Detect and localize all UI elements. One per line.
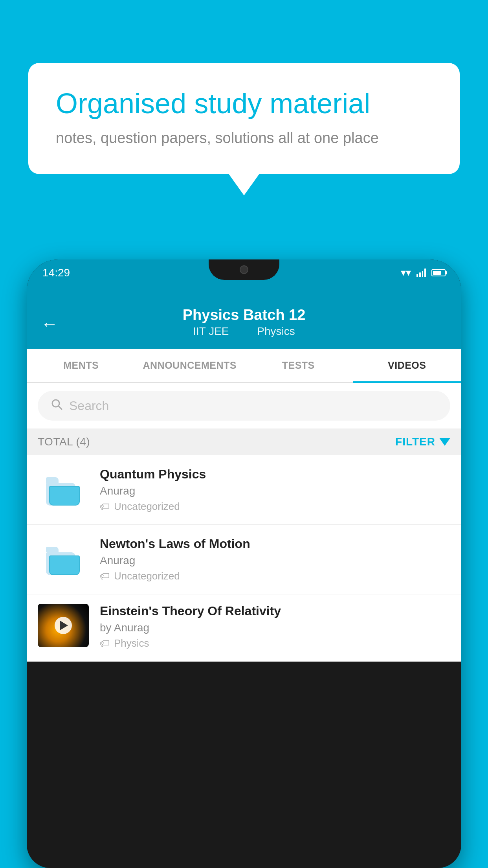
filter-icon [439,438,450,446]
list-item[interactable]: Quantum Physics Anurag 🏷 Uncategorized [27,455,461,525]
play-triangle-icon [60,621,68,630]
battery-icon [431,269,446,276]
filter-button[interactable]: FILTER [395,436,450,448]
tag-label-2: Uncategorized [114,570,180,582]
video-list: Quantum Physics Anurag 🏷 Uncategorized N… [27,455,461,662]
signal-icon [416,268,426,277]
tag-icon-1: 🏷 [100,500,110,513]
video-thumbnail-3 [38,604,89,647]
status-bar: 14:29 ▾▾ [27,259,461,299]
app-header: ← Physics Batch 12 IIT JEE Physics [27,299,461,349]
tab-videos[interactable]: VIDEOS [353,349,462,382]
header-title: Physics Batch 12 [183,307,306,324]
video-author-1: Anurag [100,485,450,497]
folder-front-icon [49,555,80,575]
notch [209,259,279,280]
folder-tab-icon [46,547,59,552]
folder-tab-icon [46,477,59,483]
video-author-2: Anurag [100,554,450,567]
folder-front-icon [49,486,80,506]
list-item[interactable]: Newton's Laws of Motion Anurag 🏷 Uncateg… [27,525,461,594]
video-info-2: Newton's Laws of Motion Anurag 🏷 Uncateg… [100,537,450,582]
folder-icon-wrap-2 [38,544,89,575]
video-info-3: Einstein's Theory Of Relativity by Anura… [100,604,450,649]
status-icons: ▾▾ [401,267,446,279]
video-title-1: Quantum Physics [100,467,450,482]
video-info-1: Quantum Physics Anurag 🏷 Uncategorized [100,467,450,513]
filter-label: FILTER [395,436,435,448]
search-bar[interactable]: Search [38,391,450,421]
tabs-bar: MENTS ANNOUNCEMENTS TESTS VIDEOS [27,349,461,383]
tag-label-1: Uncategorized [114,500,180,513]
battery-fill [433,271,441,275]
phone-frame: 14:29 ▾▾ ← Physics Batch 12 IIT JEE [27,259,461,868]
tag-icon-3: 🏷 [100,637,110,649]
speech-bubble: Organised study material notes, question… [28,63,460,174]
video-tag-2: 🏷 Uncategorized [100,570,450,582]
speech-bubble-title: Organised study material [56,86,432,120]
folder-icon-wrap-1 [38,474,89,506]
list-item[interactable]: Einstein's Theory Of Relativity by Anura… [27,594,461,662]
play-button[interactable] [55,617,72,634]
search-container: Search [27,383,461,428]
speech-bubble-subtitle: notes, question papers, solutions all at… [56,130,432,147]
video-tag-3: 🏷 Physics [100,637,450,649]
wifi-icon: ▾▾ [401,267,411,279]
camera-icon [240,265,248,274]
tab-tests[interactable]: TESTS [244,349,353,382]
filter-bar: TOTAL (4) FILTER [27,428,461,455]
svg-line-1 [59,406,62,409]
tab-ments[interactable]: MENTS [27,349,136,382]
video-author-3: by Anurag [100,622,450,634]
header-subtitle-iit: IIT JEE [193,325,229,337]
status-time: 14:29 [42,267,70,279]
header-title-group: Physics Batch 12 IIT JEE Physics [183,307,306,338]
tag-label-3: Physics [114,637,149,649]
video-title-2: Newton's Laws of Motion [100,537,450,551]
tag-icon-2: 🏷 [100,570,110,582]
video-tag-1: 🏷 Uncategorized [100,500,450,513]
video-title-3: Einstein's Theory Of Relativity [100,604,450,618]
search-input[interactable]: Search [69,399,109,413]
header-subtitle: IIT JEE Physics [183,325,306,338]
tab-announcements[interactable]: ANNOUNCEMENTS [136,349,244,382]
search-icon [50,398,63,414]
total-count: TOTAL (4) [38,436,90,448]
back-button[interactable]: ← [41,314,58,334]
header-subtitle-physics: Physics [257,325,295,337]
